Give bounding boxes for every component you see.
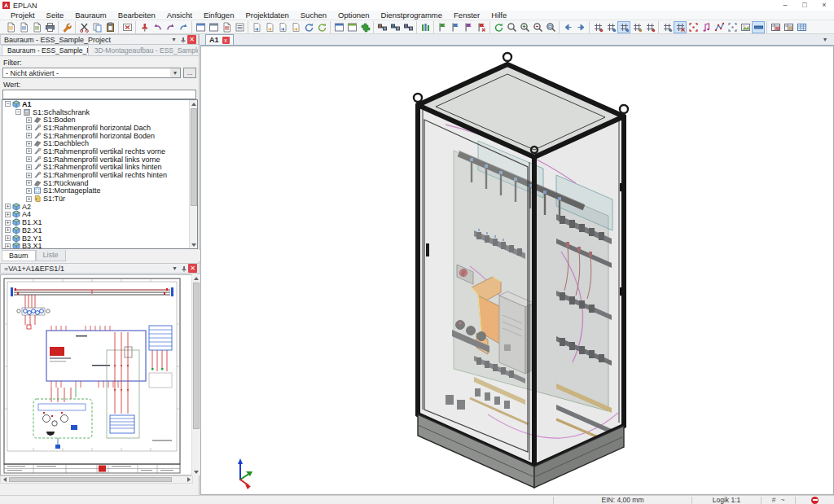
tree-scroll-thumb[interactable] [191,108,197,206]
marker-pin-icon[interactable] [138,21,151,33]
expand-icon[interactable]: + [5,212,11,217]
menu-projektdaten[interactable]: Projektdaten [239,11,294,20]
form-list-icon[interactable] [233,21,246,33]
scroll-down-icon[interactable] [190,241,198,248]
tree-scrollbar[interactable] [189,100,197,248]
status-snap-icon[interactable]: ~ [780,496,784,504]
expand-icon[interactable]: + [26,164,32,170]
tree-item-a1[interactable]: −A1 [2,100,190,108]
preview-menu-caret-icon[interactable]: ▾ [170,264,179,273]
tree-item-s1-rahmenprofil-vertikal-rechts-vorne[interactable]: +S1:Rahmenprofil vertikal rechts vorne [2,147,190,156]
grid-size-c-icon[interactable] [617,21,630,33]
window-new-icon[interactable] [194,21,207,33]
goto-page-icon[interactable] [449,21,462,33]
menu-dienstprogramme[interactable]: Dienstprogramme [375,11,449,20]
preview-vscroll-thumb[interactable] [193,283,200,429]
menu-seite[interactable]: Seite [41,11,70,20]
goto-graphic-icon[interactable] [436,21,449,33]
object-snap-icon[interactable] [687,21,700,33]
wrench-settings-icon[interactable] [60,21,73,33]
page-forward-icon[interactable] [263,21,276,33]
preview-vscrollbar[interactable] [191,274,200,476]
menu-projekt[interactable]: Projekt [5,11,41,20]
menu-einfügen[interactable]: Einfügen [198,11,240,20]
3d-viewport[interactable] [200,46,834,495]
zoom-in-icon[interactable] [518,21,531,33]
tree-item-s1-rahmenprofil-horizontal-dach[interactable]: +S1:Rahmenprofil horizontal Dach [2,124,190,132]
tree-item-b2-y1[interactable]: +B2.Y1 [2,234,190,243]
page-properties-icon[interactable] [30,21,43,33]
grid-display-icon[interactable] [661,21,674,33]
preview-pin-icon[interactable] [179,264,188,273]
tree-item-s1-montageplatte[interactable]: +S1:Montageplatte [2,187,190,195]
filter-combobox[interactable]: - Nicht aktiviert - ▾ [2,68,181,78]
menu-hilfe[interactable]: Hilfe [485,11,512,20]
expand-icon[interactable]: + [26,180,32,186]
cut-icon[interactable] [77,21,90,33]
filter-browse-button[interactable]: ... [183,68,196,78]
goto-all-representations-icon[interactable] [475,21,488,33]
expand-icon[interactable]: + [5,204,11,209]
tree-item-s1-r-ckwand[interactable]: +S1:Rückwand [2,179,190,187]
scroll-right-icon[interactable] [185,476,192,483]
chevron-down-icon[interactable]: ▾ [170,68,180,77]
document-tab-a1[interactable]: A1 x [205,34,234,45]
menu-fenster[interactable]: Fenster [448,11,485,20]
page-pdf-icon[interactable] [220,21,233,33]
menu-bearbeiten[interactable]: Bearbeiten [112,11,161,20]
grid-size-b-icon[interactable] [604,21,617,33]
maximize-button[interactable]: □ [795,0,814,11]
signal-tracking-icon[interactable] [402,21,415,33]
expand-icon[interactable]: + [5,243,11,249]
collapse-icon[interactable]: − [5,101,11,107]
view-tab-baum[interactable]: Baum [2,250,36,261]
close-button[interactable]: × [814,0,834,11]
tree-item-a4[interactable]: +A4 [2,211,190,219]
expand-icon[interactable]: + [26,133,32,138]
panel-pin-icon[interactable] [178,35,187,44]
logic-note-icon[interactable] [700,21,713,33]
panel-tab-1[interactable]: 3D-Montageaufbau - ESS_Sample_Project [89,45,199,55]
page-back-icon[interactable] [250,21,263,33]
tree-item-s1-dachblech[interactable]: +S1:Dachblech [2,139,190,147]
panel-tab-0[interactable]: Bauraum - ESS_Sample_Project [2,45,89,55]
table-col-icon[interactable] [782,21,795,33]
expand-icon[interactable]: + [5,235,11,241]
paste-icon[interactable] [103,21,116,33]
panel-close-button[interactable]: ✕ [187,35,196,44]
undo-icon[interactable] [151,21,164,33]
redo-all-icon[interactable] [177,21,190,33]
table-row-icon[interactable] [769,21,782,33]
expand-icon[interactable]: + [26,196,32,202]
expand-icon[interactable]: + [5,227,11,233]
panel-menu-caret-icon[interactable]: ▾ [169,35,178,44]
scroll-down-icon[interactable] [192,468,200,476]
page-open-icon[interactable] [17,21,30,33]
rotate-left-icon[interactable] [302,21,315,33]
tree-item-b3-x1[interactable]: +B3.X1 [2,242,190,249]
schematic-preview[interactable] [0,274,199,476]
preview-hscroll-thumb[interactable] [9,477,172,482]
polyline-icon[interactable] [713,21,726,33]
tree-item-b1-x1[interactable]: +B1.X1 [2,218,190,226]
coordinate-input-icon[interactable] [726,21,739,33]
redo-icon[interactable] [164,21,177,33]
grid-size-d-icon[interactable] [630,21,643,33]
collapse-icon[interactable]: − [15,109,21,115]
page-first-icon[interactable] [276,21,289,33]
view-tab-liste[interactable]: Liste [36,250,66,261]
expand-icon[interactable]: + [26,148,32,154]
workbook-icon[interactable] [345,21,358,33]
tree-item-s1-rahmenprofil-horizontal-boden[interactable]: +S1:Rahmenprofil horizontal Boden [2,132,190,140]
tree-item-s1-t-r[interactable]: +S1:Tür [2,195,190,203]
tree-item-s1-rahmenprofil-vertikal-rechts-hinten[interactable]: +S1:Rahmenprofil vertikal rechts hinten [2,171,190,179]
copy-icon[interactable] [90,21,103,33]
goto-counterpart-icon[interactable] [462,21,475,33]
tab-close-icon[interactable]: x [222,37,230,44]
status-grid-icon[interactable]: # [772,496,776,504]
scroll-left-icon[interactable] [1,476,8,483]
view-prev-icon[interactable] [561,21,574,33]
graphic-preview-icon[interactable] [332,21,345,33]
expand-icon[interactable]: + [26,117,32,123]
tree-item-s1-boden[interactable]: +S1:Boden [2,116,190,124]
